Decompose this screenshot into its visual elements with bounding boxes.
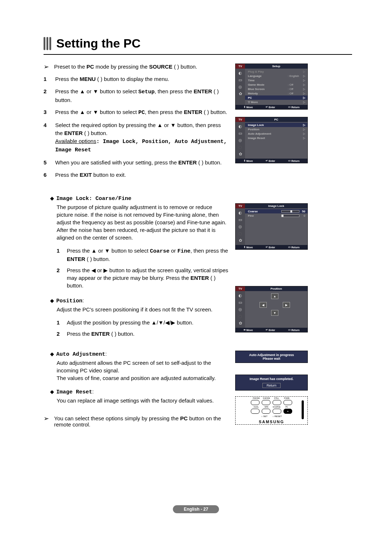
section-auto-adjustment: ◆Auto Adjustment: Auto adjustment allows… <box>44 351 229 382</box>
osd-row[interactable]: Melody: Off▷ <box>245 91 307 95</box>
remote-button-p.mode[interactable] <box>251 400 260 405</box>
osd-screenshots-column: TVSetup ◐▭◎✿ Plug & Play▷Language: Engli… <box>235 64 308 433</box>
remote-button-pc[interactable]: ● <box>283 409 292 414</box>
osd-row[interactable]: Game Mode: Off▷ <box>245 82 307 87</box>
diamond-bullet-icon: ◆ <box>50 389 54 395</box>
return-button[interactable]: Return <box>262 383 280 388</box>
remote-button-source[interactable] <box>273 409 281 414</box>
arrow-up-icon[interactable]: ▲ <box>271 293 278 299</box>
intro-line: ➢ Preset to the PC mode by pressing the … <box>44 64 229 70</box>
osd-row[interactable]: Blue Screen: Off▷ <box>245 87 307 91</box>
remote-button-s.mode[interactable] <box>262 400 270 405</box>
osd-row[interactable]: Image Reset▷ <box>245 136 307 140</box>
arrow-right-icon[interactable]: ▶ <box>283 302 290 308</box>
osd-row-coarse[interactable]: Coarse 50 <box>245 209 307 213</box>
pointer-icon: ➢ <box>44 64 49 70</box>
section-position: ◆Position: Adjust the PC's screen positi… <box>44 297 229 338</box>
page-number-badge: English - 27 <box>173 505 219 513</box>
remote-diagram: P.MODES.MODESTILLP.SIZE DUALSRSSOURCEPC … <box>235 396 308 425</box>
instructions-column: ➢ Preset to the PC mode by pressing the … <box>44 64 229 433</box>
pointer-icon: ➢ <box>44 415 49 428</box>
osd-row[interactable]: Position▷ <box>245 127 307 131</box>
osd-row-fine[interactable]: Fine 0 <box>245 213 307 218</box>
osd-row[interactable]: Language: English▷ <box>245 74 307 78</box>
arrow-down-icon[interactable]: ▼ <box>271 310 278 316</box>
osd-position: TVPosition ◐▭◎◌✿ ▲ ◀ ▶ ▼ ⬌ Move ↵ Enter … <box>235 286 308 332</box>
diamond-bullet-icon: ◆ <box>50 351 54 357</box>
osd-row[interactable]: Time▷ <box>245 78 307 82</box>
osd-row[interactable]: PC▷ <box>245 95 307 100</box>
osd-image-lock: TVImage Lock ◐▭◎◌✿ Coarse 50 Fine 0 <box>235 203 308 250</box>
diamond-bullet-icon: ◆ <box>50 195 54 201</box>
section-image-lock: ◆Image Lock: Coarse/Fine The purpose of … <box>44 195 229 289</box>
osd-image-reset-msg: Image Reset has completed. Return <box>235 375 308 391</box>
remote-button-dual[interactable] <box>251 409 260 414</box>
position-pad[interactable]: ▲ ◀ ▶ ▼ <box>245 291 307 316</box>
available-options-label: Available options <box>55 138 96 144</box>
osd-row[interactable]: Plug & Play▷ <box>245 69 307 74</box>
remote-button-srs[interactable] <box>262 409 270 414</box>
title-accent-bars <box>44 37 51 50</box>
arrow-left-icon[interactable]: ◀ <box>260 302 267 308</box>
section-image-reset: ◆Image Reset: You can replace all image … <box>44 388 229 404</box>
tip-line: ➢ You can select these options simply by… <box>44 415 229 428</box>
samsung-logo: SAMSUNG <box>259 420 284 424</box>
osd-row[interactable]: Image Lock▷ <box>245 123 307 127</box>
osd-category-icons: ◐▭◎✿ <box>236 69 245 105</box>
osd-setup-menu: TVSetup ◐▭◎✿ Plug & Play▷Language: Engli… <box>235 64 308 110</box>
osd-auto-adjust-msg: Auto Adjustment in progress Please wait <box>235 351 308 363</box>
page-title: Setting the PC <box>56 36 140 50</box>
title-underline <box>44 54 352 55</box>
osd-footer: ⇕ Move ↵ Enter ▭ Return <box>236 105 307 109</box>
remote-button-p.size[interactable] <box>283 400 292 405</box>
main-steps: 1 Press the MENU ( ) button to display t… <box>44 75 229 179</box>
osd-row[interactable]: Auto Adjustment▷ <box>245 131 307 136</box>
osd-row[interactable]: ▽ More▷ <box>245 100 307 104</box>
remote-button-still[interactable] <box>273 400 281 405</box>
osd-pc-menu: TVPC ◐▭◎◌✿ Image Lock▷Position▷Auto Adju… <box>235 117 308 163</box>
diamond-bullet-icon: ◆ <box>50 298 54 303</box>
